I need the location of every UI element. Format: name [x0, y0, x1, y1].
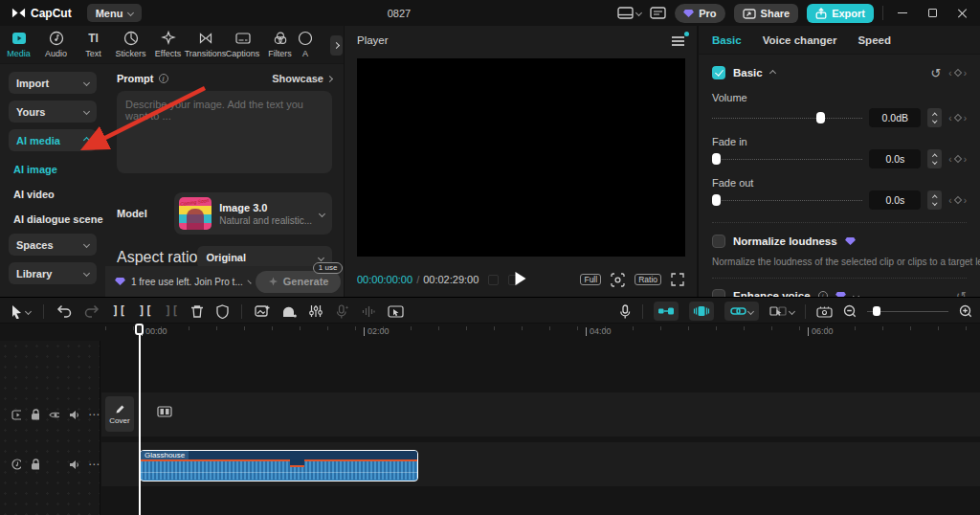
tabstrip-expand-button[interactable]: [330, 35, 343, 56]
split-button[interactable]: ][: [112, 304, 125, 318]
eye-icon[interactable]: [49, 411, 59, 419]
more-icon[interactable]: ⋯: [88, 458, 100, 471]
export-button[interactable]: Export: [807, 4, 874, 23]
menu-button[interactable]: Menu: [87, 4, 143, 22]
normalize-loudness-checkbox[interactable]: [712, 235, 725, 248]
add-media-button[interactable]: [255, 304, 270, 318]
zoom-out-button[interactable]: [843, 304, 857, 318]
ratio-button[interactable]: Ratio: [635, 274, 661, 285]
reset-icon[interactable]: ↺: [956, 290, 967, 298]
mask-button[interactable]: [282, 305, 297, 318]
player-menu-button[interactable]: [672, 34, 684, 46]
prompt-label: Prompt: [117, 73, 154, 84]
prompt-input[interactable]: [117, 91, 332, 173]
audio-waveform-button[interactable]: [362, 305, 375, 318]
layout-toggle-button[interactable]: [617, 7, 641, 19]
tab-basic[interactable]: Basic: [712, 34, 742, 46]
showcase-link[interactable]: Showcase: [272, 73, 332, 84]
tab-adjust-partial[interactable]: A: [299, 26, 312, 63]
speaker-icon[interactable]: [69, 410, 78, 420]
tab-audio[interactable]: Audio: [37, 26, 75, 63]
pro-promo-text[interactable]: 1 free use left. Join Pro t...: [131, 277, 243, 287]
cover-button[interactable]: Cover: [105, 396, 134, 432]
keyframe-control[interactable]: ‹›: [948, 113, 967, 123]
select-tool-button[interactable]: [10, 304, 31, 319]
lock-icon[interactable]: [31, 409, 39, 420]
tab-speed[interactable]: Speed: [858, 34, 891, 46]
sidebar-item-import[interactable]: Import: [9, 72, 97, 94]
basic-checkbox[interactable]: [712, 66, 725, 79]
playhead-line[interactable]: [139, 333, 141, 515]
tab-filters[interactable]: Filters: [261, 26, 299, 63]
focus-icon[interactable]: [611, 273, 625, 287]
speaker-icon[interactable]: [69, 459, 78, 470]
fade-out-value[interactable]: 0.0s: [869, 190, 921, 210]
collapse-icon[interactable]: [769, 69, 776, 76]
volume-stepper[interactable]: [927, 108, 942, 127]
panel-layout-button[interactable]: [650, 7, 666, 19]
redo-button[interactable]: [84, 304, 100, 318]
timeline-preview-button[interactable]: [816, 305, 833, 318]
play-button[interactable]: [516, 272, 526, 285]
more-icon[interactable]: ⋯: [88, 408, 100, 421]
sidebar-item-spaces[interactable]: Spaces: [9, 234, 97, 256]
volume-slider[interactable]: [712, 112, 862, 124]
audio-clip-glasshouse[interactable]: Glasshouse: [140, 450, 418, 481]
mask-shield-button[interactable]: [216, 304, 229, 319]
tab-media[interactable]: Media: [0, 26, 37, 63]
tab-text[interactable]: TI Text: [75, 26, 112, 63]
delete-button[interactable]: [190, 304, 204, 319]
enhance-voice-checkbox[interactable]: [712, 289, 725, 297]
fade-in-slider[interactable]: [712, 153, 862, 166]
ai-voice-button[interactable]: [335, 304, 349, 319]
fullscreen-icon[interactable]: [671, 273, 684, 286]
playhead-handle[interactable]: [135, 324, 144, 335]
record-voiceover-button[interactable]: [619, 304, 632, 319]
split-left-button[interactable]: ][: [138, 304, 151, 318]
keyframe-control[interactable]: ‹›: [948, 195, 967, 206]
volume-value[interactable]: 0.0dB: [869, 108, 921, 127]
model-dropdown[interactable]: Coming Soon Image 3.0 Natural and realis…: [174, 192, 332, 235]
keyframe-control[interactable]: ‹›: [948, 68, 967, 78]
tab-stickers[interactable]: Stickers: [112, 26, 149, 63]
sidebar-item-ai-media[interactable]: AI media: [9, 129, 97, 151]
sidebar-item-library[interactable]: Library: [9, 262, 97, 284]
pro-badge[interactable]: Pro: [675, 4, 724, 23]
preview-axis-button[interactable]: [769, 305, 794, 317]
sidebar-item-yours[interactable]: Yours: [9, 101, 97, 123]
auto-ripple-toggle[interactable]: [689, 302, 714, 321]
full-quality-button[interactable]: Full: [580, 274, 601, 285]
close-button[interactable]: [951, 4, 972, 23]
keyframe-diamond-icon: [953, 69, 961, 77]
mainline-magnet-toggle[interactable]: [654, 302, 679, 321]
undo-button[interactable]: [56, 304, 72, 318]
tab-captions[interactable]: Captions: [224, 26, 261, 63]
reset-icon[interactable]: ↺: [930, 67, 941, 79]
adjust-button[interactable]: [309, 304, 323, 318]
sidebar-item-ai-image[interactable]: AI image: [9, 158, 97, 180]
fade-out-slider[interactable]: [712, 194, 862, 207]
fade-in-stepper[interactable]: [927, 149, 942, 168]
tab-effects[interactable]: Effects: [149, 26, 187, 63]
zoom-in-button[interactable]: [959, 304, 972, 318]
keyframe-diamond-icon: [953, 196, 961, 204]
clip-edit-button[interactable]: [388, 305, 404, 318]
timeline-zoom-slider[interactable]: [867, 305, 948, 317]
sparkle-icon: [268, 277, 278, 287]
linkage-toggle[interactable]: [724, 302, 759, 321]
split-right-button[interactable]: ][: [165, 304, 178, 318]
timeline-ruler[interactable]: 00:00 02:00 04:00 06:00: [0, 324, 980, 341]
tab-voice-changer[interactable]: Voice changer: [763, 34, 837, 46]
video-preview[interactable]: [357, 58, 685, 257]
maximize-button[interactable]: [922, 4, 943, 23]
keyframe-control[interactable]: ‹›: [948, 154, 967, 165]
minimize-button[interactable]: [892, 4, 913, 23]
tab-transitions[interactable]: Transitions: [187, 26, 224, 63]
sidebar-item-ai-video[interactable]: AI video: [9, 183, 97, 205]
fade-out-stepper[interactable]: [927, 190, 942, 210]
share-button[interactable]: Share: [734, 4, 799, 23]
generate-button[interactable]: Generate: [256, 271, 342, 293]
fade-in-value[interactable]: 0.0s: [869, 149, 921, 168]
lock-icon[interactable]: [31, 459, 39, 470]
sidebar-item-ai-dialogue-scene[interactable]: AI dialogue scene: [9, 208, 97, 230]
